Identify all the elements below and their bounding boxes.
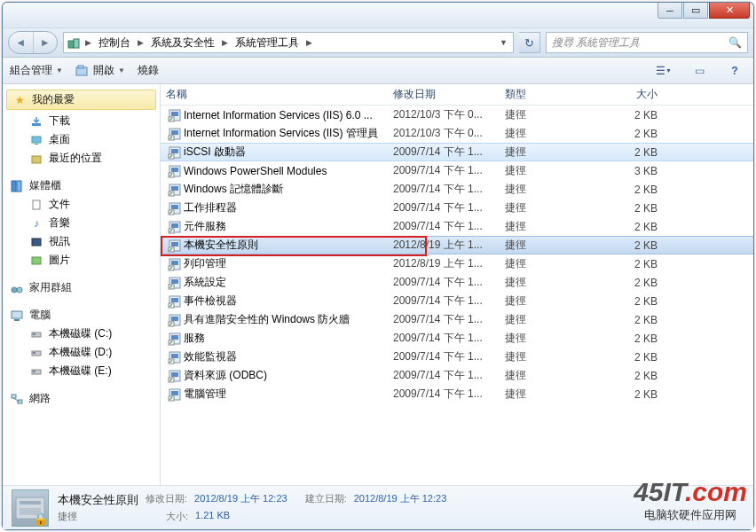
svg-rect-36 [171,168,178,172]
file-size: 2 KB [606,258,672,270]
shortcut-icon [166,183,184,197]
col-date[interactable]: 修改日期 [393,87,505,102]
minimize-button[interactable]: ─ [658,3,682,19]
svg-rect-7 [32,156,41,163]
sidebar-item-label: 下載 [49,113,70,129]
svg-rect-51 [171,261,178,265]
sidebar-item-icon [29,152,43,166]
file-type: 捷徑 [505,331,606,346]
svg-rect-20 [33,352,35,354]
sidebar-homegroup[interactable]: 家用群組 [3,278,160,297]
file-row[interactable]: 元件服務2009/7/14 下午 1...捷徑2 KB [161,217,753,236]
sidebar-item-label: 桌面 [49,132,70,147]
file-row[interactable]: 事件檢視器2009/7/14 下午 1...捷徑2 KB [161,292,753,310]
file-type: 捷徑 [505,200,606,215]
breadcrumb-segment[interactable]: 控制台 [93,33,136,52]
details-mod-value: 2012/8/19 上午 12:23 [194,492,287,508]
file-row[interactable]: 列印管理2012/8/19 上午 1...捷徑2 KB [161,254,753,273]
sidebar-item[interactable]: 本機磁碟 (C:) [3,325,160,343]
chevron-right-icon: ▶ [83,38,93,47]
sidebar-item[interactable]: 最近的位置 [3,149,160,168]
toolbar: 組合管理 ▼ 開啟 ▼ 燒錄 ☰ ▼ ▭ ? [3,58,753,84]
forward-button[interactable]: ► [33,32,58,53]
file-size: 2 KB [606,388,672,401]
refresh-button[interactable]: ↻ [519,32,540,53]
view-options-button[interactable]: ☰ ▼ [652,61,675,81]
back-button[interactable]: ◄ [9,32,33,53]
col-name[interactable]: 名稱 [166,87,393,102]
sidebar-network[interactable]: 網路 [3,389,160,408]
file-size: 2 KB [606,332,672,345]
sidebar-item[interactable]: 圖片 [3,251,160,270]
file-name: 效能監視器 [184,349,393,364]
file-row[interactable]: 服務2009/7/14 下午 1...捷徑2 KB [161,329,753,348]
sidebar-item[interactable]: ♪音樂 [3,214,160,232]
svg-rect-27 [171,112,178,116]
shortcut-icon [166,313,184,327]
address-bar[interactable]: ▶ 控制台▶系統及安全性▶系統管理工具▶ ▼ [63,32,514,53]
sidebar-item-icon [29,114,43,129]
sidebar-libraries[interactable]: 媒體櫃 [3,176,160,195]
sidebar-item[interactable]: 下載 [3,112,160,130]
svg-rect-72 [171,391,178,395]
sidebar-item-icon: ♪ [29,216,43,231]
location-icon [64,35,83,50]
col-type[interactable]: 類型 [505,87,606,102]
organize-menu[interactable]: 組合管理 ▼ [10,63,63,78]
col-size[interactable]: 大小 [606,87,672,102]
file-type: 捷徑 [505,387,606,402]
file-row[interactable]: 效能監視器2009/7/14 下午 1...捷徑2 KB [161,348,753,366]
file-row[interactable]: 工作排程器2009/7/14 下午 1...捷徑2 KB [161,199,753,217]
file-name: iSCSI 啟動器 [184,145,393,160]
details-type: 捷徑 [58,510,77,523]
file-row[interactable]: 電腦管理2009/7/14 下午 1...捷徑2 KB [161,385,753,403]
chevron-down-icon: ▼ [118,66,125,74]
lock-icon: 🔒 [33,512,48,526]
file-type: 捷徑 [505,145,606,160]
svg-rect-66 [171,354,178,358]
file-row[interactable]: Windows PowerShell Modules2009/7/14 下午 1… [161,161,753,180]
file-size: 2 KB [606,184,672,196]
svg-rect-23 [12,395,16,398]
svg-rect-9 [17,181,21,192]
file-type: 捷徑 [505,107,606,122]
svg-rect-69 [171,372,178,377]
svg-rect-0 [68,41,74,48]
sidebar-item[interactable]: 本機磁碟 (E:) [3,362,160,380]
sidebar-item[interactable]: 桌面 [3,130,160,149]
close-button[interactable]: ✕ [709,3,750,19]
homegroup-icon [10,281,24,295]
dropdown-icon[interactable]: ▼ [494,38,513,47]
file-row[interactable]: 本機安全性原則2012/8/19 上午 1...捷徑2 KB [161,236,753,254]
sidebar-item[interactable]: 文件 [3,195,160,214]
file-size: 2 KB [606,351,672,364]
file-row[interactable]: 系統設定2009/7/14 下午 1...捷徑2 KB [161,273,753,292]
file-row[interactable]: iSCSI 啟動器2009/7/14 下午 1...捷徑2 KB [161,143,753,161]
svg-rect-30 [171,130,178,135]
sidebar-item[interactable]: 本機磁碟 (D:) [3,343,160,362]
file-type: 捷徑 [505,312,606,327]
file-row[interactable]: 具有進階安全性的 Windows 防火牆2009/7/14 下午 1...捷徑2… [161,310,753,329]
network-icon [10,392,24,406]
file-type: 捷徑 [505,275,606,290]
sidebar-item[interactable]: 視訊 [3,232,160,251]
file-name: 元件服務 [184,219,393,234]
file-row[interactable]: Internet Information Services (IIS) 管理員2… [161,124,753,143]
file-row[interactable]: 資料來源 (ODBC)2009/7/14 下午 1...捷徑2 KB [161,366,753,385]
help-button[interactable]: ? [723,61,746,81]
breadcrumb-segment[interactable]: 系統管理工具 [230,33,304,52]
svg-rect-42 [171,205,178,209]
file-row[interactable]: Internet Information Services (IIS) 6.0 … [161,106,753,124]
open-button[interactable]: 開啟 ▼ [75,63,125,78]
maximize-button[interactable]: ▭ [683,3,708,19]
search-input[interactable]: 搜尋 系統管理工具 🔍 [546,32,748,53]
sidebar-favorites[interactable]: ★ 我的最愛 [6,90,156,110]
burn-button[interactable]: 燒錄 [138,63,159,78]
breadcrumb-segment[interactable]: 系統及安全性 [146,33,220,52]
computer-icon [10,309,24,323]
sidebar-computer[interactable]: 電腦 [3,306,160,325]
preview-pane-button[interactable]: ▭ [688,61,711,81]
file-size: 3 KB [606,165,672,177]
file-row[interactable]: Windows 記憶體診斷2009/7/14 下午 1...捷徑2 KB [161,180,753,199]
file-type: 捷徑 [505,349,606,364]
